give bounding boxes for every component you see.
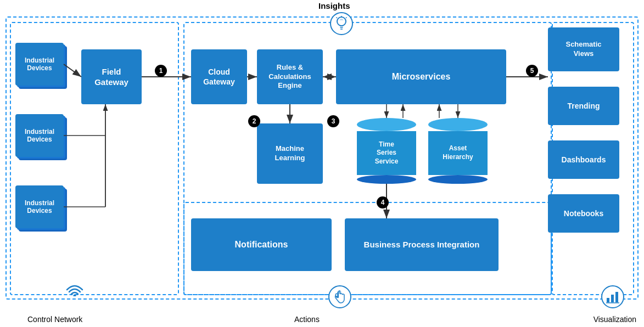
touch-icon (328, 285, 351, 308)
svg-line-3 (346, 18, 347, 19)
badge-5: 5 (526, 65, 538, 77)
badge-1: 1 (155, 65, 167, 77)
notifications: Notifications (191, 218, 332, 271)
badge-3: 3 (327, 115, 339, 127)
label-control-network: Control Network (27, 315, 82, 324)
bpi: Business Process Integration (345, 218, 499, 271)
wifi-icon (65, 281, 85, 296)
svg-point-22 (74, 295, 76, 297)
badge-4: 4 (377, 196, 389, 208)
badge-2: 2 (248, 115, 260, 127)
rules-engine: Rules &CalculationsEngine (257, 49, 323, 104)
label-actions: Actions (294, 315, 320, 324)
chart-icon (601, 285, 624, 308)
label-insights: Insights (318, 1, 350, 10)
machine-learning: MachineLearning (257, 123, 323, 184)
microservices: Microservices (336, 49, 506, 104)
cloud-gateway: CloudGateway (191, 49, 247, 104)
lightbulb-icon (330, 12, 353, 35)
notebooks: Notebooks (548, 194, 619, 233)
svg-rect-24 (607, 298, 609, 302)
svg-rect-25 (611, 295, 614, 302)
trending: Trending (548, 87, 619, 125)
time-series-service: TimeSeriesService (357, 118, 416, 184)
svg-rect-26 (615, 292, 618, 302)
dashboards: Dashboards (548, 140, 619, 179)
svg-point-0 (337, 17, 346, 26)
industrial-devices-1: IndustrialDevices (15, 43, 64, 86)
svg-line-2 (337, 18, 338, 19)
asset-hierarchy: AssetHierarchy (428, 118, 488, 184)
diagram-container: Insights IndustrialDevices IndustrialDev… (0, 0, 644, 327)
field-gateway: Field Gateway (81, 49, 142, 104)
industrial-devices-2: IndustrialDevices (15, 114, 64, 157)
label-visualization: Visualization (593, 315, 636, 324)
schematic-views: SchematicViews (548, 27, 619, 71)
industrial-devices-3: IndustrialDevices (15, 185, 64, 228)
